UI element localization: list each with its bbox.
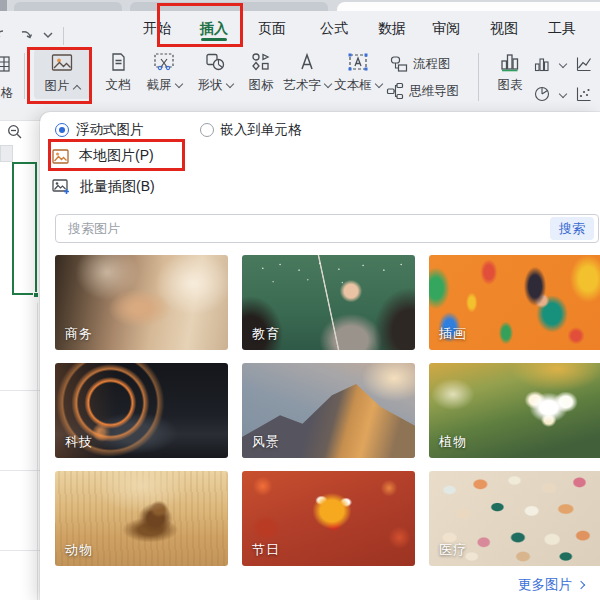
- selected-cell-border[interactable]: [12, 162, 37, 295]
- gallery-card-festival[interactable]: 节日: [242, 471, 415, 566]
- chevron-down-icon: [225, 80, 233, 88]
- chevron-up-icon: [72, 85, 80, 93]
- menu-bar: 开始 插入 页面 公式 数据 审阅 视图 工具: [0, 11, 600, 45]
- card-label: 教育: [252, 325, 280, 343]
- insert-mode-options: 浮动式图片 嵌入到单元格: [55, 121, 302, 139]
- search-button[interactable]: 搜索: [550, 217, 594, 240]
- window-tab-active[interactable]: [337, 2, 600, 11]
- gallery-card-landscape[interactable]: 风景: [242, 363, 415, 458]
- window-tab-fragment[interactable]: [0, 0, 7, 11]
- chart-icon: [498, 51, 522, 73]
- gallery-card-animals[interactable]: 动物: [55, 471, 228, 566]
- picture-icon: [50, 52, 74, 74]
- card-label: 插画: [439, 325, 467, 343]
- radio-embed-cell[interactable]: [200, 123, 214, 137]
- column-chart-icon: [533, 55, 551, 73]
- search-input[interactable]: [55, 214, 599, 243]
- wordart-button[interactable]: 艺术字: [279, 51, 335, 94]
- chevron-down-icon: [559, 90, 567, 98]
- card-label: 商务: [65, 325, 93, 343]
- search-area: 搜索: [55, 214, 599, 243]
- menu-tab-insert[interactable]: 插入: [200, 20, 228, 38]
- menu-tab-formula[interactable]: 公式: [320, 20, 348, 38]
- picture-button[interactable]: 图片: [34, 49, 90, 99]
- document-button[interactable]: 文档: [99, 51, 137, 94]
- divider: [63, 27, 64, 45]
- icons-button[interactable]: 图标: [241, 51, 281, 94]
- chevron-down-icon: [174, 80, 182, 88]
- line-chart-icon: [575, 55, 593, 73]
- line-chart-button[interactable]: [575, 55, 600, 73]
- more-pictures-link[interactable]: 更多图片: [518, 576, 584, 594]
- chevron-right-icon: [577, 581, 585, 589]
- gallery-card-plants[interactable]: 植物: [429, 363, 600, 458]
- wordart-icon: [295, 51, 319, 73]
- menu-tab-page[interactable]: 页面: [258, 20, 286, 38]
- screenshot-button[interactable]: 截屏: [139, 51, 189, 94]
- ribbon-toolbar: 格 图片 文档 截屏 形状 图标 艺术字: [0, 45, 600, 108]
- gallery-card-illustration[interactable]: 插画: [429, 255, 600, 350]
- gallery-card-education[interactable]: 教育: [242, 255, 415, 350]
- document-icon: [107, 51, 129, 73]
- mindmap-button[interactable]: 思维导图: [386, 82, 459, 100]
- table-icon: [0, 53, 12, 75]
- scatter-chart-button[interactable]: [575, 85, 600, 103]
- chart-button[interactable]: 图表: [489, 51, 531, 94]
- undo-icon[interactable]: [0, 29, 10, 43]
- zoom-out-icon[interactable]: [7, 124, 23, 140]
- card-label: 风景: [252, 433, 280, 451]
- gridline: [37, 303, 38, 600]
- radio-embed-label: 嵌入到单元格: [221, 121, 302, 139]
- flowchart-icon: [390, 55, 408, 73]
- card-label: 植物: [439, 433, 467, 451]
- mindmap-icon: [386, 82, 404, 100]
- menu-tab-home[interactable]: 开始: [143, 20, 171, 38]
- shapes-button[interactable]: 形状: [190, 51, 240, 94]
- card-label: 节日: [252, 541, 280, 559]
- menu-tab-review[interactable]: 审阅: [432, 20, 460, 38]
- divider: [478, 53, 479, 101]
- window-tab-1[interactable]: [14, 2, 122, 11]
- icons-icon: [249, 51, 273, 73]
- gallery-card-business[interactable]: 商务: [55, 255, 228, 350]
- textbox-button[interactable]: 文本框: [330, 51, 386, 94]
- redo-icon[interactable]: [17, 29, 33, 43]
- screenshot-icon: [152, 51, 176, 73]
- picture-dropdown-panel: 浮动式图片 嵌入到单元格 本地图片(P) 批量插图(B) 搜索 商务 教育 插画…: [40, 112, 600, 600]
- shapes-icon: [203, 51, 227, 73]
- batch-insert-icon: [52, 179, 70, 195]
- gallery-card-technology[interactable]: 科技: [55, 363, 228, 458]
- row-header-fragment: [0, 145, 13, 162]
- window-tab-2[interactable]: [130, 2, 328, 11]
- pie-chart-button[interactable]: [533, 85, 566, 103]
- local-picture-item[interactable]: 本地图片(P): [52, 143, 154, 169]
- chevron-down-icon: [375, 80, 383, 88]
- column-chart-button[interactable]: [533, 55, 566, 73]
- scatter-chart-icon: [575, 85, 593, 103]
- active-tab-underline: [201, 38, 227, 41]
- radio-floating-label: 浮动式图片: [76, 121, 144, 139]
- quick-access-chevron-icon[interactable]: [42, 31, 54, 39]
- menu-tab-tools[interactable]: 工具: [548, 20, 576, 38]
- divider: [24, 53, 25, 99]
- card-label: 科技: [65, 433, 93, 451]
- window-tab-strip: [0, 0, 600, 11]
- pie-chart-icon: [533, 85, 551, 103]
- chevron-down-icon: [559, 60, 567, 68]
- card-label: 动物: [65, 541, 93, 559]
- table-button-partial[interactable]: 格: [1, 85, 14, 102]
- gallery-card-medical[interactable]: 医疗: [429, 471, 600, 566]
- local-picture-icon: [52, 149, 69, 164]
- card-label: 医疗: [439, 541, 467, 559]
- selection-fill-handle[interactable]: [33, 292, 39, 298]
- textbox-icon: [345, 51, 371, 73]
- radio-floating-picture[interactable]: [55, 123, 69, 137]
- batch-insert-item[interactable]: 批量插图(B): [52, 174, 155, 200]
- menu-tab-data[interactable]: 数据: [378, 20, 406, 38]
- flowchart-button[interactable]: 流程图: [390, 55, 451, 73]
- menu-tab-view[interactable]: 视图: [490, 20, 518, 38]
